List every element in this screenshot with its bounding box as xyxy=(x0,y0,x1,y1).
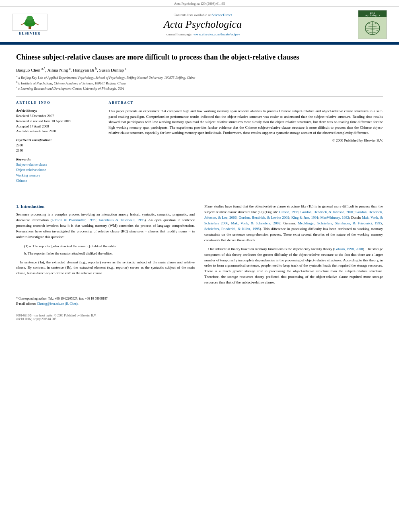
introduction-title: 1. Introduction xyxy=(16,204,195,209)
bottom-line-2: doi:10.1016/j.actpsy.2008.04.005 xyxy=(16,317,383,321)
keyword-list: Subject-relative clause Object-relative … xyxy=(16,162,97,184)
abstract-header: ABSTRACT xyxy=(109,101,383,106)
journal-homepage: journal homepage: www.elsevier.com/locat… xyxy=(47,32,358,36)
affiliations: a a Beijing Key Lab of Applied Experimen… xyxy=(16,75,383,91)
author-baoguo: Baoguo Chen a,*, xyxy=(16,68,47,72)
keyword-4: Chinese xyxy=(16,178,97,184)
intro-para-2: In sentence (1a), the extracted element … xyxy=(16,260,195,277)
acta-logo-graphic xyxy=(358,17,387,39)
psycinfo-2300: 2300 xyxy=(16,143,97,148)
intro-para-1: Sentence processing is a complex process… xyxy=(16,212,195,240)
authors-line: Baoguo Chen a,*, Aihua Ning a, Hongyan B… xyxy=(16,67,383,72)
ref-gibson-pearlmutter[interactable]: Gibson & Pearlmutter, 1998 xyxy=(52,218,96,222)
svg-point-3 xyxy=(27,16,33,21)
history-dates: Received 5 December 2007 Received in rev… xyxy=(16,113,97,134)
abstract-column: ABSTRACT This paper presents an experime… xyxy=(109,101,383,188)
ref-tanenhaus[interactable]: Tanenhaus & Trueswell, 1995 xyxy=(98,218,144,222)
abstract-text: This paper presents an experiment that c… xyxy=(109,109,383,136)
elsevier-tree-graphic xyxy=(12,14,47,31)
example-1b-label: b. The reporter [who the senator attacke… xyxy=(24,251,195,256)
elsevier-tree-svg xyxy=(18,14,42,30)
article-info-column: ARTICLE INFO Article history: Received 5… xyxy=(16,101,97,188)
paper-content: Chinese subject-relative clauses are mor… xyxy=(0,45,399,196)
keyword-2: Object-relative clause xyxy=(16,167,97,173)
keywords-label: Keywords: xyxy=(16,157,97,161)
center-info: Contents lists available at ScienceDirec… xyxy=(47,13,358,36)
homepage-url[interactable]: www.elsevier.com/locate/actpsy xyxy=(193,32,240,36)
bottom-line-1: 0001-6918/$ – see front matter © 2008 Pu… xyxy=(16,314,383,317)
article-info-header: ARTICLE INFO xyxy=(16,101,97,106)
footnote-corresponding: * Corresponding author. Tel.: +86 10 622… xyxy=(16,296,383,307)
citation-text: Acta Psychologica 129 (2008) 61–65 xyxy=(174,2,225,6)
ref-gibson-1998-2000[interactable]: Gibson, 1998, 2000 xyxy=(334,247,363,251)
author-aihua: Aihua Ning a, xyxy=(47,68,72,72)
journal-title: Acta Psychologica xyxy=(47,18,358,31)
ref-gibson-1998[interactable]: Gibson, 1998 xyxy=(279,210,298,214)
ref-macwhinney[interactable]: MacWhinney, 1982 xyxy=(321,216,349,220)
keywords-block: Keywords: Subject-relative clause Object… xyxy=(16,157,97,184)
ref-mecklinger[interactable]: Mecklinger, Schriefers, Steinhauer, & Fr… xyxy=(298,221,382,225)
psycinfo-2340: 2340 xyxy=(16,148,97,153)
keyword-1: Subject-relative clause xyxy=(16,162,97,168)
intro-right-text: Many studies have found that the object-… xyxy=(204,204,383,286)
psycinfo-label: PsycINFO classification: xyxy=(16,138,97,142)
revised-date: Received in revised form 10 April 2008 xyxy=(16,119,97,124)
elsevier-text: ELSEVIER xyxy=(12,31,47,35)
available-date: Available online 6 June 2008 xyxy=(16,129,97,134)
author-susan: Susan Dunlap c xyxy=(99,68,127,72)
section-divider-top xyxy=(16,96,383,97)
psycinfo-block: PsycINFO classification: 2300 2340 xyxy=(16,138,97,153)
intro-right-para-1: Many studies have found that the object-… xyxy=(204,204,383,243)
ref-king-just[interactable]: King & Just, 1991 xyxy=(291,216,318,220)
intro-left-text: Sentence processing is a complex process… xyxy=(16,212,195,276)
footnote-area: * Corresponding author. Tel.: +86 10 622… xyxy=(0,293,399,307)
intro-right-para-2: One influential theory based on memory l… xyxy=(204,246,383,286)
svg-line-5 xyxy=(35,23,39,25)
footnote-email-label: E-mail address: xyxy=(16,302,37,306)
history-block: Article history: Received 5 December 200… xyxy=(16,109,97,134)
ref-gordon-2002[interactable]: Gordon, Hendrick, & Levine 2002 xyxy=(239,216,289,220)
ref-mak-2002[interactable]: Mak, Vonk, & Schriefers, 2002 xyxy=(231,221,281,225)
body-right-column: Many studies have found that the object-… xyxy=(204,204,383,289)
bottom-info: 0001-6918/$ – see front matter © 2008 Pu… xyxy=(0,311,399,323)
keyword-3: Working memory xyxy=(16,173,97,179)
body-left-column: 1. Introduction Sentence processing is a… xyxy=(16,204,195,289)
accepted-date: Accepted 17 April 2008 xyxy=(16,124,97,129)
affiliation-c: c c Learning Research and Development Ce… xyxy=(16,86,383,91)
acta-logo: actapsychologica xyxy=(358,10,387,39)
acta-logo-text: actapsychologica xyxy=(358,10,387,17)
affiliation-a: a a Beijing Key Lab of Applied Experimen… xyxy=(16,75,383,80)
affiliation-b: b b Institute of Psychology, Chinese Aca… xyxy=(16,80,383,86)
author-hongyan: Hongyan Bi b, xyxy=(73,68,99,72)
paper-title: Chinese subject-relative clauses are mor… xyxy=(16,53,383,62)
body-section: 1. Introduction Sentence processing is a… xyxy=(0,204,399,289)
ref-schriefers[interactable]: Schriefers, Friederici, & Kühn, 1995 xyxy=(204,227,260,231)
sciencedirect-line: Contents lists available at ScienceDirec… xyxy=(47,13,358,17)
psycinfo-codes: 2300 2340 xyxy=(16,143,97,153)
history-label: Article history: xyxy=(16,109,97,113)
article-info-abstract: ARTICLE INFO Article history: Received 5… xyxy=(16,101,383,188)
received-date: Received 5 December 2007 xyxy=(16,113,97,119)
journal-header: ELSEVIER Contents lists available at Sci… xyxy=(0,7,399,43)
example-block-1: (1) a. The reporter [who attacked the se… xyxy=(24,243,195,257)
example-1a-label: (1) a. The reporter [who attacked the se… xyxy=(24,243,195,249)
svg-line-4 xyxy=(21,23,24,25)
footnote-email[interactable]: Chenbg@bnu.edu.cn (B. Chen). xyxy=(37,302,78,306)
ref-gordon-2001[interactable]: Gordon, Hendrick, & Johnson, 2001 xyxy=(300,210,354,214)
sciencedirect-link[interactable]: ScienceDirect xyxy=(212,13,232,17)
top-bar: Acta Psychologica 129 (2008) 61–65 xyxy=(0,0,399,7)
elsevier-logo: ELSEVIER xyxy=(12,14,47,36)
abstract-copyright: © 2008 Published by Elsevier B.V. xyxy=(109,138,383,142)
acta-logo-svg xyxy=(362,20,383,36)
